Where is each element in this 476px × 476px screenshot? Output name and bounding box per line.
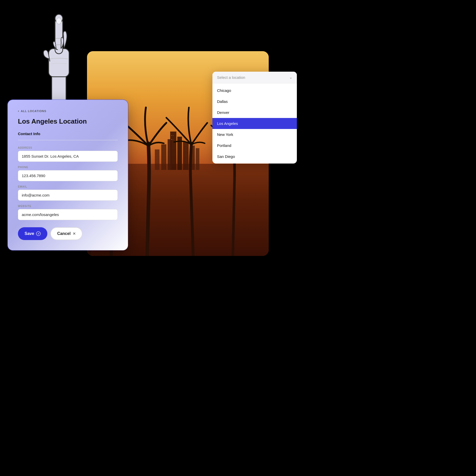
phone-input[interactable]: [18, 170, 118, 181]
address-input[interactable]: [18, 151, 118, 162]
chevron-down-icon: ⌄: [289, 75, 292, 79]
dropdown-list: Chicago Dallas Denver Los Angeles New Yo…: [212, 83, 297, 164]
email-label: EMAIL: [18, 185, 118, 188]
checkmark-icon: ✓: [36, 231, 41, 236]
hand-illustration: [33, 8, 84, 105]
email-field-group: EMAIL: [18, 185, 118, 201]
address-field-group: ADDRESS: [18, 146, 118, 162]
cancel-button[interactable]: Cancel ✕: [50, 227, 82, 240]
dropdown-item-los-angeles[interactable]: Los Angeles: [212, 118, 297, 129]
phone-field-group: PHONE: [18, 166, 118, 181]
website-field-group: WEBSITE: [18, 205, 118, 220]
dropdown-item-new-york[interactable]: New York: [212, 129, 297, 140]
dropdown-item-san-diego[interactable]: San Diego: [212, 151, 297, 162]
dropdown-item-dallas[interactable]: Dallas: [212, 96, 297, 107]
website-input[interactable]: [18, 209, 118, 220]
back-link[interactable]: ‹ ALL LOCATIONS: [18, 109, 118, 113]
dropdown-item-denver[interactable]: Denver: [212, 107, 297, 118]
back-link-label: ALL LOCATIONS: [21, 110, 46, 113]
section-label: Contact Info: [18, 132, 118, 136]
back-chevron-icon: ‹: [18, 109, 19, 113]
cancel-label: Cancel: [57, 231, 70, 236]
address-label: ADDRESS: [18, 146, 118, 149]
phone-label: PHONE: [18, 166, 118, 169]
x-icon: ✕: [73, 232, 76, 236]
save-label: Save: [25, 231, 34, 236]
location-dropdown-card: Select a location ⌄ Chicago Dallas Denve…: [212, 72, 297, 164]
form-card: ‹ ALL LOCATIONS Los Angeles Location Con…: [8, 100, 128, 250]
dropdown-placeholder: Select a location: [217, 75, 245, 80]
dropdown-item-chicago[interactable]: Chicago: [212, 85, 297, 96]
dropdown-trigger[interactable]: Select a location ⌄: [212, 72, 297, 83]
dropdown-item-portland[interactable]: Portland: [212, 140, 297, 151]
save-button[interactable]: Save ✓: [18, 227, 47, 240]
email-input[interactable]: [18, 190, 118, 201]
form-title: Los Angeles Location: [18, 117, 118, 125]
divider: [18, 140, 118, 140]
svg-point-6: [56, 18, 61, 24]
website-label: WEBSITE: [18, 205, 118, 208]
form-actions: Save ✓ Cancel ✕: [18, 227, 118, 240]
